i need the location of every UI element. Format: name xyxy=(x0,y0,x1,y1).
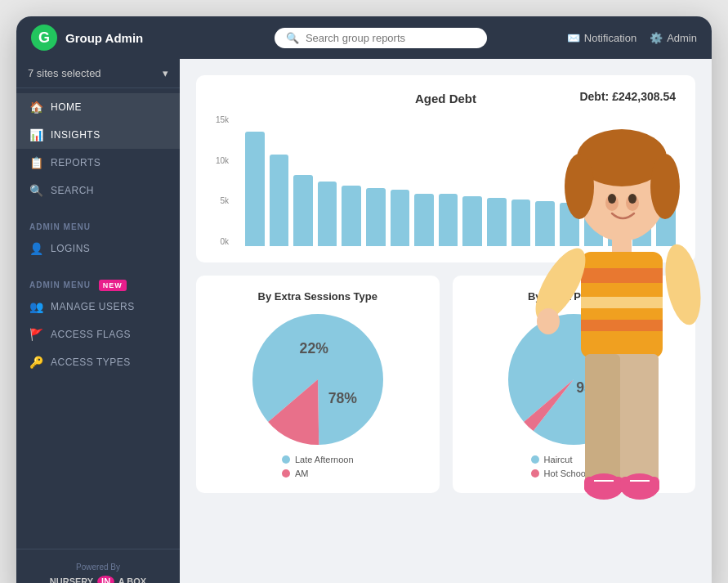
sidebar: 7 sites selected ▾ 🏠 HOME 📊 INSIGHTS 📋 R… xyxy=(16,59,180,583)
search-input-wrap[interactable]: 🔍 xyxy=(275,28,487,48)
bar-1 xyxy=(270,155,289,246)
header: G Group Admin 🔍 ✉️ Notification ⚙️ Admin xyxy=(16,16,712,59)
bar-3 xyxy=(318,182,337,246)
content-area: Aged Debt Debt: £242,308.54 15k 10k 5k 0… xyxy=(180,59,712,583)
late-afternoon-dot xyxy=(282,455,290,464)
extra-product-pie-chart: 95% xyxy=(508,314,639,445)
bar-0 xyxy=(245,132,265,246)
y-axis: 15k 10k 5k 0k xyxy=(216,115,232,246)
search-input[interactable] xyxy=(306,32,476,44)
y-label-0k: 0k xyxy=(221,237,230,246)
main-layout: 7 sites selected ▾ 🏠 HOME 📊 INSIGHTS 📋 R… xyxy=(16,59,712,583)
session-type-pie-wrap: 22% 78% Late Afternoon AM xyxy=(216,314,420,478)
bar-17 xyxy=(656,209,676,246)
session-22-label: 22% xyxy=(299,340,328,357)
y-label-15k: 15k xyxy=(216,115,229,124)
sidebar-footer: Powered By NURSERY IN A BOX xyxy=(16,549,180,583)
admin-menu2-label: ADMIN MENU NEW xyxy=(16,272,180,293)
bar-14 xyxy=(584,204,604,246)
logo-area: G Group Admin xyxy=(31,25,194,51)
app-title: Group Admin xyxy=(65,31,143,45)
search-bar: 🔍 xyxy=(194,28,567,48)
access-types-icon: 🔑 xyxy=(29,356,42,369)
logo-icon: G xyxy=(31,25,57,51)
session-78-label: 78% xyxy=(328,390,358,406)
settings-icon: ⚙️ xyxy=(650,32,663,44)
legend-late-afternoon: Late Afternoon xyxy=(282,455,354,464)
notification-icon: ✉️ xyxy=(567,32,580,44)
reports-icon: 📋 xyxy=(29,156,42,169)
search-icon: 🔍 xyxy=(286,32,299,44)
bar-6 xyxy=(391,190,410,246)
sidebar-item-home[interactable]: 🏠 HOME xyxy=(16,93,180,121)
session-type-pie-chart: 22% 78% xyxy=(252,314,383,445)
aged-debt-chart-card: Aged Debt Debt: £242,308.54 15k 10k 5k 0… xyxy=(196,75,695,262)
bar-5 xyxy=(366,188,386,246)
admin-nav: ADMIN MENU 👤 LOGINS xyxy=(16,209,180,267)
sidebar-item-logins[interactable]: 👤 LOGINS xyxy=(16,235,180,262)
sites-dropdown[interactable]: 7 sites selected ▾ xyxy=(16,59,180,88)
home-icon: 🏠 xyxy=(29,101,42,114)
bar-7 xyxy=(414,194,434,246)
sidebar-item-search[interactable]: 🔍 SEARCH xyxy=(16,177,180,204)
hot-school-dinner-dot xyxy=(531,469,539,478)
access-flags-icon: 🚩 xyxy=(29,328,42,341)
bar-8 xyxy=(439,194,458,246)
bar-10 xyxy=(487,198,507,246)
new-badge: NEW xyxy=(99,280,127,291)
bar-9 xyxy=(462,196,482,246)
legend-hot-school-dinner: Hot School Dinner xyxy=(531,469,617,478)
app-container: G Group Admin 🔍 ✉️ Notification ⚙️ Admin xyxy=(16,16,712,583)
sidebar-item-access-flags[interactable]: 🚩 ACCESS FLAGS xyxy=(16,321,180,348)
session-legend: Late Afternoon AM xyxy=(282,455,354,478)
sidebar-item-access-types[interactable]: 🔑 ACCESS TYPES xyxy=(16,348,180,376)
logins-icon: 👤 xyxy=(29,242,42,255)
y-label-10k: 10k xyxy=(216,156,229,165)
admin-menu-label: ADMIN MENU xyxy=(16,214,180,235)
session-type-title: By Extra Sessions Type xyxy=(216,290,420,303)
sites-select-button[interactable]: 7 sites selected ▾ xyxy=(28,67,168,79)
am-dot xyxy=(282,469,290,478)
header-right: ✉️ Notification ⚙️ Admin xyxy=(567,32,697,44)
haircut-dot xyxy=(531,455,539,464)
bar-12 xyxy=(535,201,555,246)
y-label-5k: 5k xyxy=(221,196,230,205)
session-type-card: By Extra Sessions Type 22% 78% xyxy=(196,276,440,493)
bar-11 xyxy=(511,200,531,246)
main-nav: 🏠 HOME 📊 INSIGHTS 📋 REPORTS 🔍 SEARCH xyxy=(16,88,180,209)
extra-product-card: By Extra Products 95% Haircut xyxy=(453,276,696,493)
admin-nav2: ADMIN MENU NEW 👥 MANAGE USERS 🚩 ACCESS F… xyxy=(16,267,180,381)
bar-13 xyxy=(560,203,579,246)
chevron-down-icon: ▾ xyxy=(163,67,168,79)
sites-selected-label: 7 sites selected xyxy=(28,67,101,79)
search-nav-icon: 🔍 xyxy=(29,184,42,197)
bar-15 xyxy=(608,204,628,246)
legend-am: AM xyxy=(282,469,354,478)
admin-button[interactable]: ⚙️ Admin xyxy=(650,32,697,44)
product-legend: Haircut Hot School Dinner xyxy=(531,455,617,478)
nursery-logo: NURSERY IN A BOX xyxy=(29,576,167,583)
legend-haircut: Haircut xyxy=(531,455,617,464)
bar-4 xyxy=(342,186,361,246)
sidebar-item-manage-users[interactable]: 👥 MANAGE USERS xyxy=(16,293,180,321)
extra-product-pie-wrap: 95% Haircut Hot School Dinner xyxy=(472,314,677,478)
insights-icon: 📊 xyxy=(29,128,42,141)
bottom-charts: By Extra Sessions Type 22% 78% xyxy=(196,276,695,493)
bar-2 xyxy=(293,175,313,246)
manage-users-icon: 👥 xyxy=(29,300,42,313)
bar-chart: 15k 10k 5k 0k xyxy=(216,115,676,246)
debt-amount-label: Debt: £242,308.54 xyxy=(579,90,676,103)
sidebar-item-insights[interactable]: 📊 INSIGHTS xyxy=(16,121,180,149)
extra-product-title: By Extra Products xyxy=(472,290,677,303)
powered-by-label: Powered By xyxy=(29,563,167,572)
bar-16 xyxy=(632,207,652,246)
product-95-label: 95% xyxy=(576,379,605,396)
notification-button[interactable]: ✉️ Notification xyxy=(567,32,636,44)
sidebar-item-reports[interactable]: 📋 REPORTS xyxy=(16,149,180,177)
